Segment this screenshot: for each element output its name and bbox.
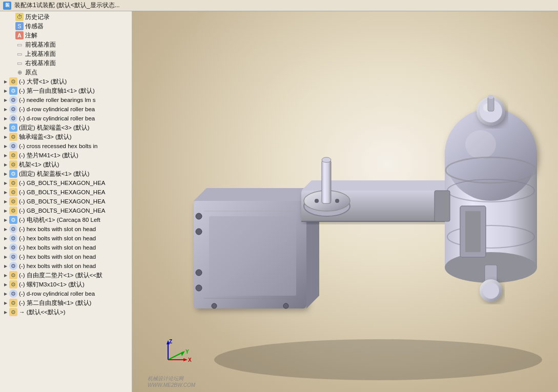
origin-icon: ⊕ <box>15 68 24 76</box>
expand-arrow[interactable]: ▶ <box>3 180 8 185</box>
tree-item-label: 轴承端盖<3> (默认) <box>19 133 130 141</box>
expand-arrow[interactable]: ▶ <box>3 245 8 250</box>
main-area: ⏱历史记录 S传感器 A注解 ▭前视基准面 ▭上视基准面 ▭右视基准面 ⊕原点▶… <box>0 11 558 392</box>
svg-text:Z: Z <box>169 339 172 344</box>
expand-arrow[interactable]: ▶ <box>3 282 8 287</box>
expand-arrow[interactable]: ▶ <box>3 236 8 241</box>
tree-item-label: (-) GB_BOLTS_HEXAGON_HEA <box>19 189 130 195</box>
tree-item-part5[interactable]: ▶⚙(-) d-row cylindrical roller bea <box>0 114 132 123</box>
svg-point-6 <box>196 213 202 219</box>
tree-item-part15[interactable]: ▶⚙(-) GB_BOLTS_HEXAGON_HEA <box>0 206 132 215</box>
expand-arrow[interactable] <box>9 24 14 29</box>
expand-arrow[interactable]: ▶ <box>3 107 8 112</box>
tree-item-part3[interactable]: ▶⚙(-) needle roller bearings lm s <box>0 95 132 105</box>
tree-item-front-plane[interactable]: ▭前视基准面 <box>0 40 132 49</box>
bolt-icon: ⚙ <box>9 290 17 298</box>
expand-arrow[interactable]: ▶ <box>3 300 8 305</box>
tree-item-label: → (默认<<默认>) <box>19 308 130 316</box>
expand-arrow[interactable]: ▶ <box>3 190 8 195</box>
expand-arrow[interactable]: ▶ <box>3 226 8 232</box>
expand-arrow[interactable]: ▶ <box>3 134 8 139</box>
expand-arrow[interactable]: ▶ <box>3 199 8 204</box>
tree-item-right-plane[interactable]: ▭右视基准面 <box>0 58 132 68</box>
expand-arrow[interactable]: ▶ <box>3 171 8 176</box>
tree-item-top-plane[interactable]: ▭上视基准面 <box>0 49 132 58</box>
svg-point-26 <box>465 130 496 159</box>
tree-item-annotation[interactable]: A注解 <box>0 31 132 40</box>
expand-arrow[interactable] <box>9 60 14 66</box>
expand-arrow[interactable]: ▶ <box>3 79 8 84</box>
tree-item-part4[interactable]: ▶⚙(-) d-row cylindrical roller bea <box>0 105 132 114</box>
tree-item-label: (-) hex bolts with slot on head <box>19 226 130 232</box>
expand-arrow[interactable]: ▶ <box>3 143 8 149</box>
tree-item-label: (-) hex bolts with slot on head <box>19 263 130 269</box>
tree-item-part14[interactable]: ▶⚙(-) GB_BOLTS_HEXAGON_HEA <box>0 197 132 206</box>
expand-arrow[interactable]: ▶ <box>3 291 8 296</box>
tree-item-part6[interactable]: ▶⚙(固定) 机架端盖<3> (默认) <box>0 123 132 132</box>
feature-tree[interactable]: ⏱历史记录 S传感器 A注解 ▭前视基准面 ▭上视基准面 ▭右视基准面 ⊕原点▶… <box>0 11 132 392</box>
svg-rect-30 <box>488 97 494 111</box>
annotation-icon: A <box>15 31 24 39</box>
3d-viewport[interactable]: Z Y X 机械设计论坛网 WWW.ME2BW.COM <box>132 11 558 392</box>
expand-arrow[interactable]: ▶ <box>3 162 8 167</box>
expand-arrow[interactable]: ▶ <box>3 208 8 213</box>
tree-item-part21[interactable]: ▶⚙(-) hex bolts with slot on head <box>0 261 132 271</box>
tree-item-part24[interactable]: ▶⚙(-) d-row cylindrical roller bea <box>0 289 132 298</box>
blue-gear-icon: ⚙ <box>9 87 17 95</box>
tree-item-part8[interactable]: ▶⚙(-) cross recessed hex bolts in <box>0 141 132 151</box>
expand-arrow[interactable]: ▶ <box>3 263 8 269</box>
expand-arrow[interactable] <box>9 70 14 75</box>
svg-rect-20 <box>322 160 331 203</box>
svg-marker-48 <box>183 358 188 361</box>
gear-icon: ⚙ <box>9 197 17 205</box>
expand-arrow[interactable] <box>9 33 14 38</box>
tree-item-part1[interactable]: ▶⚙(-) 大臂<1> (默认) <box>0 77 132 86</box>
tree-item-part12[interactable]: ▶⚙(-) GB_BOLTS_HEXAGON_HEA <box>0 178 132 188</box>
svg-point-19 <box>335 199 339 203</box>
expand-arrow[interactable]: ▶ <box>3 125 8 130</box>
tree-item-sensor[interactable]: S传感器 <box>0 22 132 31</box>
tree-item-part25[interactable]: ▶⚙(-) 第二自由度轴<1> (默认) <box>0 298 132 307</box>
expand-arrow[interactable]: ▶ <box>3 116 8 121</box>
gear-icon: ⚙ <box>9 308 17 316</box>
tree-item-part11[interactable]: ▶⚙(固定) 机架盖板<1> (默认) <box>0 169 132 178</box>
gear-icon: ⚙ <box>9 207 17 215</box>
gear-icon: ⚙ <box>9 299 17 307</box>
svg-text:Y: Y <box>185 349 189 355</box>
expand-arrow[interactable] <box>9 14 14 19</box>
tree-item-part7[interactable]: ▶⚙轴承端盖<3> (默认) <box>0 132 132 141</box>
gear-icon: ⚙ <box>9 271 17 279</box>
tree-item-part22[interactable]: ▶⚙(-) 自由度二垫片<1> (默认<<默 <box>0 271 132 280</box>
tree-item-label: 历史记录 <box>25 13 130 21</box>
expand-arrow[interactable] <box>9 51 14 56</box>
expand-arrow[interactable]: ▶ <box>3 254 8 259</box>
expand-arrow[interactable] <box>9 42 14 47</box>
tree-item-part19[interactable]: ▶⚙(-) hex bolts with slot on head <box>0 243 132 252</box>
tree-item-part17[interactable]: ▶⚙(-) hex bolts with slot on head <box>0 224 132 234</box>
expand-arrow[interactable]: ▶ <box>3 153 8 158</box>
expand-arrow[interactable]: ▶ <box>3 88 8 93</box>
tree-item-history[interactable]: ⏱历史记录 <box>0 12 132 22</box>
expand-arrow[interactable]: ▶ <box>3 97 8 102</box>
tree-item-part2[interactable]: ▶⚙(-) 第一自由度轴1<1> (默认) <box>0 86 132 95</box>
tree-item-origin[interactable]: ⊕原点 <box>0 68 132 77</box>
expand-arrow[interactable]: ▶ <box>3 310 8 315</box>
tree-item-part13[interactable]: ▶⚙(-) GB_BOLTS_HEXAGON_HEA <box>0 188 132 197</box>
tree-item-part9[interactable]: ▶⚙(-) 垫片M41<1> (默认) <box>0 151 132 160</box>
tree-item-part16[interactable]: ▶⚙(-) 电动机<1> (Carcaça 80 Left <box>0 215 132 224</box>
svg-point-8 <box>196 270 202 276</box>
expand-arrow[interactable]: ▶ <box>3 273 8 278</box>
tree-item-label: (-) 大臂<1> (默认) <box>19 78 130 86</box>
tree-item-part18[interactable]: ▶⚙(-) hex bolts with slot on head <box>0 234 132 243</box>
bolt-icon: ⚙ <box>9 234 17 242</box>
expand-arrow[interactable]: ▶ <box>3 217 8 222</box>
tree-item-label: 机架<1> (默认) <box>19 161 130 169</box>
tree-item-part20[interactable]: ▶⚙(-) hex bolts with slot on head <box>0 252 132 261</box>
gear-icon: ⚙ <box>9 179 17 187</box>
tree-item-part10[interactable]: ▶⚙机架<1> (默认) <box>0 160 132 169</box>
svg-marker-45 <box>181 351 185 356</box>
tree-item-part23[interactable]: ▶⚙(-) 螺钉M3x10<1> (默认) <box>0 280 132 289</box>
svg-point-21 <box>322 157 331 162</box>
tree-item-label: (-) needle roller bearings lm s <box>19 97 130 103</box>
tree-item-part26[interactable]: ▶⚙→ (默认<<默认>) <box>0 307 132 317</box>
